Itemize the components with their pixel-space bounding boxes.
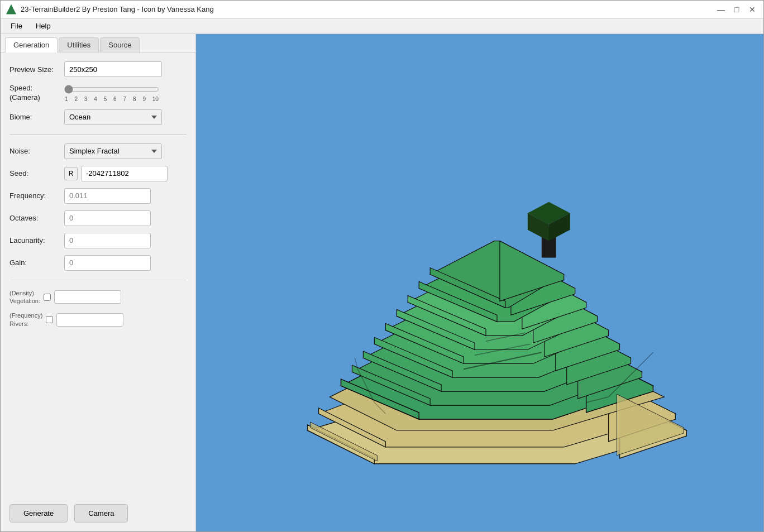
biome-select[interactable]: Ocean Forest Desert Tundra	[64, 109, 162, 125]
noise-row: Noise: Simplex Fractal Perlin Value Cell…	[9, 143, 187, 159]
frequency-row: Frequency:	[9, 188, 187, 204]
menu-file[interactable]: File	[5, 21, 28, 31]
menu-help[interactable]: Help	[30, 21, 56, 31]
divider-2	[9, 280, 187, 280]
window-title: 23-TerrainBuilder2 By Preston Tang - Ico…	[21, 5, 214, 13]
titlebar-controls: — □ ✕	[715, 4, 758, 15]
lacunarity-row: Lacunarity:	[9, 233, 187, 248]
titlebar-left: 23-TerrainBuilder2 By Preston Tang - Ico…	[6, 4, 214, 15]
preview-size-input[interactable]	[64, 61, 162, 77]
lacunarity-input[interactable]	[64, 233, 151, 248]
bottom-buttons: Generate Camera	[1, 495, 195, 531]
speed-slider[interactable]	[64, 84, 159, 95]
maximize-button[interactable]: □	[731, 4, 742, 15]
biome-label: Biome:	[9, 113, 60, 121]
biome-row: Biome: Ocean Forest Desert Tundra	[9, 109, 187, 125]
preview-size-label: Preview Size:	[9, 65, 60, 74]
seed-row: Seed: R	[9, 166, 187, 181]
close-button[interactable]: ✕	[747, 4, 758, 15]
speed-slider-wrapper: 12345678910	[64, 84, 159, 102]
gain-label: Gain:	[9, 258, 60, 267]
rivers-input[interactable]	[56, 313, 123, 327]
tab-utilities[interactable]: Utilities	[59, 37, 99, 52]
mountain-icon	[6, 4, 16, 15]
titlebar: 23-TerrainBuilder2 By Preston Tang - Ico…	[1, 1, 763, 18]
generate-button[interactable]: Generate	[9, 504, 68, 523]
vegetation-checkbox[interactable]	[44, 294, 51, 301]
seed-random-button[interactable]: R	[64, 167, 78, 180]
seed-input[interactable]	[81, 166, 168, 181]
frequency-input[interactable]	[64, 188, 151, 204]
rivers-checkbox[interactable]	[46, 316, 53, 323]
terrain-svg	[196, 34, 763, 531]
vegetation-row: (Density) Vegetation:	[9, 289, 187, 305]
gain-row: Gain:	[9, 255, 187, 271]
main-window: 23-TerrainBuilder2 By Preston Tang - Ico…	[0, 0, 764, 532]
gain-input[interactable]	[64, 255, 151, 271]
generation-panel: Preview Size: Speed: (Camera) 1234567	[1, 52, 195, 337]
tab-bar: Generation Utilities Source	[1, 34, 195, 52]
minimize-button[interactable]: —	[715, 4, 727, 15]
octaves-input[interactable]	[64, 210, 151, 226]
octaves-label: Octaves:	[9, 214, 60, 222]
rivers-label: (Frequency) Rivers:	[9, 311, 42, 328]
camera-button[interactable]: Camera	[74, 504, 128, 523]
speed-row: Speed: (Camera) 12345678910	[9, 84, 187, 103]
tab-generation[interactable]: Generation	[5, 37, 58, 52]
seed-label: Seed:	[9, 169, 60, 178]
vegetation-input[interactable]	[54, 290, 121, 304]
frequency-label: Frequency:	[9, 191, 60, 200]
content: Generation Utilities Source Preview Size…	[1, 34, 763, 531]
noise-select[interactable]: Simplex Fractal Perlin Value Cellular	[64, 143, 162, 159]
lacunarity-label: Lacunarity:	[9, 236, 60, 245]
menubar: File Help	[1, 18, 763, 34]
octaves-row: Octaves:	[9, 210, 187, 226]
tab-source[interactable]: Source	[100, 37, 140, 52]
rivers-row: (Frequency) Rivers:	[9, 311, 187, 328]
preview-size-row: Preview Size:	[9, 61, 187, 77]
speed-ticks: 12345678910	[64, 96, 159, 102]
sidebar: Generation Utilities Source Preview Size…	[1, 34, 196, 531]
divider-1	[9, 134, 187, 135]
speed-section: Speed: (Camera) 12345678910	[9, 84, 187, 103]
noise-label: Noise:	[9, 147, 60, 155]
vegetation-label: (Density) Vegetation:	[9, 289, 40, 305]
terrain-preview	[196, 34, 763, 531]
seed-input-group: R	[64, 166, 168, 181]
speed-label: Speed: (Camera)	[9, 84, 60, 103]
